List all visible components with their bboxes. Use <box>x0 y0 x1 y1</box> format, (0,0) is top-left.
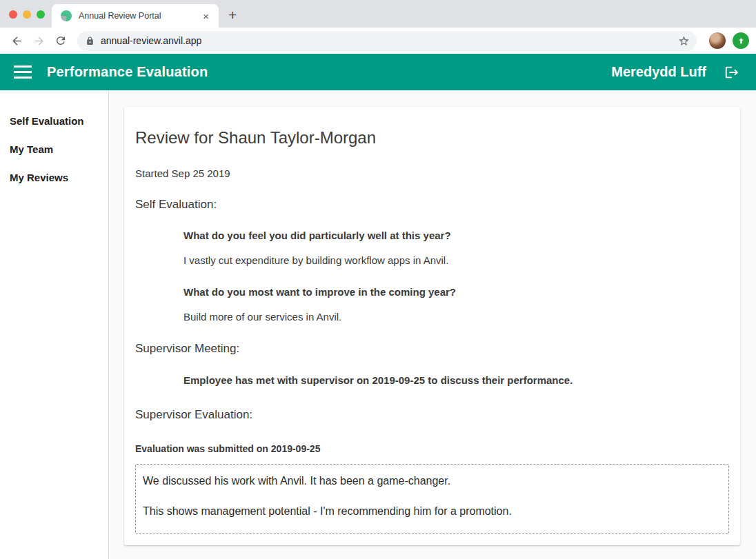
close-window-button[interactable] <box>9 10 17 19</box>
anvil-favicon-icon <box>61 10 72 21</box>
sidebar-item-my-team[interactable]: My Team <box>0 135 108 163</box>
back-button[interactable] <box>7 31 26 50</box>
menu-icon[interactable] <box>14 65 32 79</box>
url-text[interactable]: annual-review.anvil.app <box>101 35 678 46</box>
back-arrow-icon <box>10 34 23 48</box>
question: What do you feel you did particularly we… <box>183 229 729 242</box>
section-heading-supervisor-meeting: Supervisor Meeting: <box>135 342 729 356</box>
reload-icon <box>54 34 67 47</box>
url-bar[interactable]: annual-review.anvil.app <box>77 31 697 51</box>
browser-tab[interactable]: Annual Review Portal × <box>52 4 219 28</box>
app-title: Performance Evaluation <box>47 64 208 80</box>
section-heading-self-evaluation: Self Evaluation: <box>135 198 729 212</box>
self-evaluation-qa: What do you feel you did particularly we… <box>183 229 729 323</box>
question: What do you most want to improve in the … <box>183 285 729 298</box>
answer: Build more of our services in Anvil. <box>183 310 729 323</box>
tab-strip: Annual Review Portal × + <box>0 0 756 28</box>
logged-in-user: Meredydd Luff <box>611 64 706 80</box>
forward-button <box>29 31 48 50</box>
review-started-date: Started Sep 25 2019 <box>135 167 729 179</box>
review-title: Review for Shaun Taylor-Morgan <box>135 128 729 148</box>
answer: I vastly cut expenditure by building wor… <box>183 254 729 267</box>
main-content: Review for Shaun Taylor-Morgan Started S… <box>109 90 756 559</box>
tab-title: Annual Review Portal <box>79 11 200 21</box>
minimize-window-button[interactable] <box>23 10 31 19</box>
new-tab-button[interactable]: + <box>228 7 237 23</box>
section-heading-supervisor-evaluation: Supervisor Evaluation: <box>135 408 729 422</box>
sidebar-item-my-reviews[interactable]: My Reviews <box>0 163 108 192</box>
logout-icon[interactable] <box>724 65 739 80</box>
browser-window: Annual Review Portal × + annual-review.a… <box>0 0 756 559</box>
reload-button[interactable] <box>51 31 70 50</box>
supervisor-comments-textarea[interactable]: We discussed his work with Anvil. It has… <box>135 464 729 534</box>
extension-up-arrow-icon[interactable] <box>733 32 749 49</box>
window-controls <box>9 10 45 19</box>
page-body: Self Evaluation My Team My Reviews Revie… <box>0 90 756 559</box>
browser-toolbar: annual-review.anvil.app <box>0 28 756 54</box>
bookmark-star-icon[interactable] <box>678 35 690 47</box>
tab-close-icon[interactable]: × <box>200 10 212 23</box>
review-card: Review for Shaun Taylor-Morgan Started S… <box>124 107 740 545</box>
secure-lock-icon[interactable] <box>86 37 94 45</box>
profile-avatar[interactable] <box>709 32 726 49</box>
evaluation-submitted-date: Evaluation was submitted on 2019-09-25 <box>135 443 729 454</box>
supervisor-meeting-note: Employee has met with supervisor on 2019… <box>183 374 729 387</box>
forward-arrow-icon <box>32 34 46 48</box>
zoom-window-button[interactable] <box>37 10 45 19</box>
app-header: Performance Evaluation Meredydd Luff <box>0 54 756 90</box>
sidebar: Self Evaluation My Team My Reviews <box>0 90 109 559</box>
sidebar-item-self-evaluation[interactable]: Self Evaluation <box>0 107 108 135</box>
